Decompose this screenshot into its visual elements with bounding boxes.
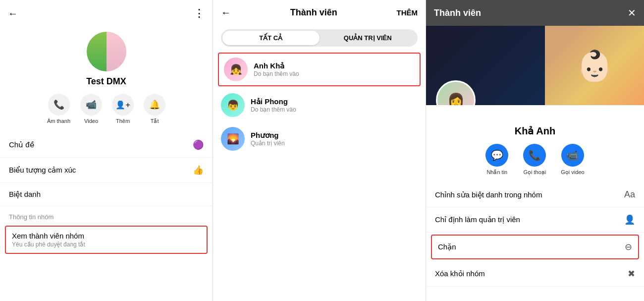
menu-edit-nickname[interactable]: Chỉnh sửa biệt danh trong nhóm Aa: [426, 182, 644, 207]
action-mute[interactable]: 🔔 Tắt: [144, 94, 165, 124]
panel3-close-button[interactable]: ✕: [628, 7, 636, 19]
member-info-hai-phong: Hải Phong Do bạn thêm vào: [251, 97, 296, 113]
tab-all[interactable]: TẤT CẢ: [222, 31, 320, 45]
nickname-label: Biệt danh: [9, 190, 41, 199]
mute-icon: 🔔: [144, 94, 165, 116]
make-admin-icon: 👤: [624, 214, 635, 225]
member-sub-anh-kha: Do bạn thêm vào: [254, 70, 299, 77]
member-name-anh-kha: Anh Khả: [254, 61, 299, 70]
call-label: Gọi thoại: [523, 169, 546, 176]
view-members-title: Xem thành viên nhóm: [12, 232, 201, 240]
group-avatar: [87, 32, 126, 71]
cover-photo: 👶🏻: [545, 26, 644, 105]
menu-block[interactable]: Chặn ⊖: [431, 235, 639, 259]
member-info-anh-kha: Anh Khả Do bạn thêm vào: [254, 61, 299, 77]
call-icon: 📞: [523, 144, 546, 167]
action-video-call[interactable]: 📹 Gọi video: [561, 144, 584, 176]
member-info-phuong: Phương Quản trị viên: [251, 131, 285, 147]
theme-label: Chủ đề: [9, 140, 34, 149]
view-members-subtitle: Yêu cầu phê duyệt đang tắt: [12, 241, 201, 248]
member-list: 👧 Anh Khả Do bạn thêm vào 👦 Hải Phong Do…: [213, 51, 426, 301]
sound-label: Âm thanh: [47, 118, 70, 124]
action-call[interactable]: 📞 Gọi thoại: [523, 144, 546, 176]
member-sub-phuong: Quản trị viên: [251, 140, 285, 147]
emoji-icon: 👍: [193, 165, 204, 176]
member-name-phuong: Phương: [251, 131, 285, 140]
member-tabs: TẤT CẢ QUẢN TRỊ VIÊN: [221, 29, 418, 47]
profile3-actions: 💬 Nhắn tin 📞 Gọi thoại 📹 Gọi video: [426, 144, 644, 176]
edit-nickname-icon: Aa: [624, 189, 635, 200]
panel3-header: Thành viên ✕: [426, 0, 644, 26]
tab-admin[interactable]: QUẢN TRỊ VIÊN: [320, 31, 417, 45]
mute-label: Tắt: [151, 118, 159, 124]
action-message[interactable]: 💬 Nhắn tin: [485, 144, 508, 176]
add-member-icon: 👤+: [112, 94, 134, 116]
member-item-anh-kha[interactable]: 👧 Anh Khả Do bạn thêm vào: [218, 53, 421, 86]
menu-emoji[interactable]: Biểu tượng cảm xúc 👍: [0, 158, 213, 183]
edit-nickname-label: Chỉnh sửa biệt danh trong nhóm: [435, 190, 542, 199]
sound-icon: 📞: [48, 94, 70, 116]
menu-theme[interactable]: Chủ đề 🟣: [0, 132, 213, 158]
more-icon[interactable]: ⋮: [194, 7, 205, 20]
menu-make-admin[interactable]: Chỉ định làm quản trị viên 👤: [426, 207, 644, 233]
member-avatar-anh-kha: 👧: [224, 58, 248, 81]
panel2-header: ← Thành viên THÊM: [213, 0, 426, 25]
member-name-hai-phong: Hải Phong: [251, 97, 296, 106]
panel-members: ← Thành viên THÊM TẤT CẢ QUẢN TRỊ VIÊN 👧…: [213, 0, 426, 301]
emoji-label: Biểu tượng cảm xúc: [9, 166, 76, 175]
action-video[interactable]: 📹 Video: [80, 94, 102, 124]
member-avatar-hai-phong: 👦: [221, 93, 245, 117]
add-label: Thêm: [116, 118, 130, 124]
back-icon[interactable]: ←: [8, 8, 18, 19]
panel3-title: Thành viên: [434, 8, 481, 18]
block-label: Chặn: [438, 242, 456, 251]
remove-label: Xóa khỏi nhóm: [435, 269, 485, 278]
action-sound[interactable]: 📞 Âm thanh: [47, 94, 70, 124]
group-profile: Test DMX 📞 Âm thanh 📹 Video 👤+ Thêm 🔔 Tắ…: [0, 27, 213, 132]
profile-cover: 👶🏻 👩: [426, 26, 644, 105]
video-label: Video: [84, 118, 98, 124]
section-group-info: Thông tin nhóm: [0, 206, 213, 224]
video-call-icon: 📹: [561, 144, 584, 167]
video-icon: 📹: [80, 94, 102, 116]
action-add[interactable]: 👤+ Thêm: [112, 94, 134, 124]
panel2-title: Thành viên: [290, 7, 337, 18]
menu-nickname[interactable]: Biệt danh: [0, 183, 213, 206]
panel2-back-icon[interactable]: ←: [221, 7, 231, 18]
message-label: Nhắn tin: [486, 169, 507, 176]
theme-icon: 🟣: [193, 139, 204, 150]
menu-view-members[interactable]: Xem thành viên nhóm Yêu cầu phê duyệt đa…: [5, 226, 208, 254]
action-buttons: 📞 Âm thanh 📹 Video 👤+ Thêm 🔔 Tắt: [37, 94, 175, 124]
member-sub-hai-phong: Do bạn thêm vào: [251, 106, 296, 113]
panel2-add-button[interactable]: THÊM: [396, 8, 418, 17]
block-icon: ⊖: [625, 241, 632, 252]
panel1-header: ← ⋮: [0, 0, 213, 27]
remove-icon: ✖: [628, 268, 635, 279]
member-item-phuong[interactable]: 🌄 Phương Quản trị viên: [213, 122, 426, 156]
message-icon: 💬: [485, 144, 508, 167]
group-name: Test DMX: [86, 76, 126, 87]
panel-group-info: ← ⋮ Test DMX 📞 Âm thanh 📹 Video 👤+ Thêm …: [0, 0, 213, 301]
panel-profile: Thành viên ✕ 👶🏻 👩 Khả Anh 💬 Nhắn tin 📞 G…: [426, 0, 644, 301]
profile-avatar: 👩: [436, 80, 476, 105]
menu-remove[interactable]: Xóa khỏi nhóm ✖: [426, 261, 644, 287]
make-admin-label: Chỉ định làm quản trị viên: [435, 215, 520, 224]
profile-name: Khả Anh: [426, 125, 644, 137]
member-item-hai-phong[interactable]: 👦 Hải Phong Do bạn thêm vào: [213, 88, 426, 122]
video-call-label: Gọi video: [561, 169, 584, 176]
member-avatar-phuong: 🌄: [221, 127, 245, 151]
